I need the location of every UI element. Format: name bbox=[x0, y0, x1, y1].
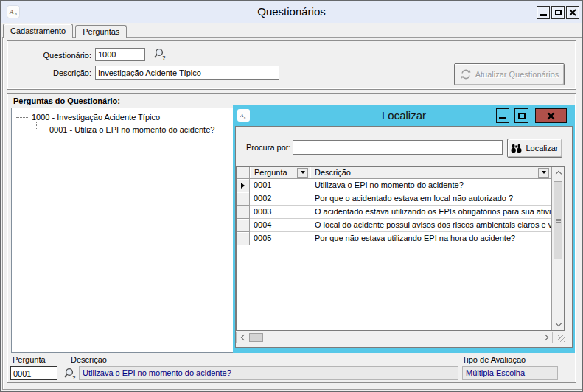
row-indicator-cell bbox=[237, 192, 250, 206]
scroll-down-button[interactable] bbox=[552, 318, 565, 330]
chevron-left-icon bbox=[240, 335, 246, 340]
procura-por-input[interactable] bbox=[293, 140, 503, 155]
cell-pergunta[interactable]: 0003 bbox=[250, 206, 310, 219]
maximize-icon bbox=[555, 10, 562, 15]
vertical-scrollbar[interactable] bbox=[551, 167, 564, 330]
maximize-icon bbox=[518, 113, 526, 119]
localizar-close-button[interactable] bbox=[535, 108, 567, 123]
grid-header-descricao[interactable]: Descrição bbox=[310, 167, 551, 179]
svg-text:?: ? bbox=[72, 374, 76, 380]
scroll-left-button[interactable] bbox=[237, 332, 248, 343]
cell-descricao[interactable]: O local do acidente possui avisos dos ri… bbox=[310, 219, 551, 232]
cell-descricao[interactable]: O acidentado estava utilizando os EPIs o… bbox=[310, 206, 551, 219]
perguntas-section-title: Perguntas do Questionário: bbox=[13, 97, 120, 105]
current-row-icon bbox=[241, 183, 245, 189]
close-icon bbox=[547, 112, 555, 120]
refresh-icon bbox=[460, 69, 472, 80]
cell-pergunta[interactable]: 0001 bbox=[250, 179, 310, 192]
resize-grip[interactable] bbox=[554, 332, 566, 343]
grid-indicator-header bbox=[237, 167, 250, 179]
vertical-scrollbar-thumb[interactable] bbox=[554, 181, 562, 259]
localizar-minimize-button[interactable] bbox=[496, 108, 509, 123]
questionario-form-panel: Questionário: ? Descrição: Atualizar Qu bbox=[7, 40, 576, 90]
binoculars-icon bbox=[511, 144, 522, 153]
cell-descricao[interactable]: Por que não estava utilizando EPI na hor… bbox=[310, 232, 551, 245]
thumb-grip bbox=[556, 222, 561, 223]
pergunta-detail-input[interactable] bbox=[10, 366, 57, 380]
grid-header-row: Pergunta Descrição bbox=[237, 167, 551, 179]
chevron-down-icon bbox=[542, 171, 546, 174]
grid-header-pergunta-label: Pergunta bbox=[254, 168, 287, 177]
minimize-icon bbox=[499, 117, 506, 119]
titlebar: A n Questionários bbox=[1, 1, 582, 23]
localizar-dialog: A n Localizar Procura por: bbox=[233, 105, 575, 353]
descricao-column-dropdown[interactable] bbox=[538, 168, 549, 178]
localizar-titlebar: A n Localizar bbox=[233, 105, 575, 126]
minimize-button[interactable] bbox=[537, 6, 550, 19]
pergunta-detail-label: Pergunta bbox=[13, 355, 46, 364]
chevron-down-icon bbox=[555, 320, 561, 326]
procura-por-label: Procura por: bbox=[246, 143, 291, 152]
questionario-lookup-icon[interactable]: ? bbox=[153, 48, 167, 60]
localizar-body: Procura por: Localizar bbox=[235, 126, 573, 348]
cell-pergunta[interactable]: 0004 bbox=[250, 219, 310, 232]
row-indicator-cell bbox=[237, 206, 250, 219]
questionario-input[interactable] bbox=[95, 48, 145, 61]
cell-descricao[interactable]: Utilizava o EPI no momento do acidente? bbox=[310, 179, 551, 192]
atualizar-questionarios-label: Atualizar Questionários bbox=[475, 70, 559, 79]
descricao-detail-label: Descrição bbox=[71, 355, 107, 364]
window-title: Questionários bbox=[1, 1, 582, 23]
tree-node-label: 0001 - Utiliza o EPI no momento do acide… bbox=[49, 125, 214, 134]
chevron-right-icon bbox=[542, 335, 548, 340]
tab-perguntas[interactable]: Perguntas bbox=[75, 25, 127, 38]
close-icon bbox=[569, 9, 576, 16]
minimize-icon bbox=[540, 14, 547, 16]
row-indicator-cell bbox=[237, 219, 250, 232]
cell-pergunta[interactable]: 0002 bbox=[250, 192, 310, 206]
close-button[interactable] bbox=[566, 6, 579, 19]
tab-cadastramento[interactable]: Cadastramento bbox=[3, 24, 73, 38]
tree-connector bbox=[16, 117, 28, 118]
chevron-up-icon bbox=[555, 170, 561, 176]
maximize-button[interactable] bbox=[551, 6, 565, 19]
tipo-avaliacao-label: Tipo de Avaliação bbox=[462, 355, 526, 364]
scroll-up-button[interactable] bbox=[552, 167, 565, 178]
horizontal-scrollbar-thumb[interactable] bbox=[249, 333, 263, 342]
descricao-detail-field: Utilizava o EPI no momento do acidente? bbox=[79, 366, 458, 380]
horizontal-scrollbar[interactable] bbox=[236, 332, 553, 343]
tree-node-label: 1000 - Investigação Acidente Típico bbox=[32, 113, 160, 122]
row-indicator-cell bbox=[237, 179, 250, 192]
localizar-search-label: Localizar bbox=[526, 144, 558, 153]
svg-text:?: ? bbox=[162, 55, 166, 60]
thumb-grip bbox=[556, 219, 561, 220]
atualizar-questionarios-button[interactable]: Atualizar Questionários bbox=[454, 63, 565, 85]
descricao-input[interactable] bbox=[95, 66, 279, 80]
table-row[interactable]: 0003 O acidentado estava utilizando os E… bbox=[237, 206, 551, 219]
cell-descricao[interactable]: Por que o acidentado estava em local não… bbox=[310, 192, 551, 206]
tipo-avaliacao-field: Múltipla Escolha bbox=[462, 366, 558, 380]
table-row[interactable]: 0001 Utilizava o EPI no momento do acide… bbox=[237, 179, 551, 192]
tree-connector bbox=[36, 122, 46, 130]
thumb-grip bbox=[556, 220, 561, 221]
table-row[interactable]: 0002 Por que o acidentado estava em loca… bbox=[237, 192, 551, 206]
table-row[interactable]: 0005 Por que não estava utilizando EPI n… bbox=[237, 232, 551, 245]
pergunta-column-dropdown[interactable] bbox=[297, 168, 308, 178]
questionarios-window: A n Questionários Cadastramento Pergunta… bbox=[0, 0, 583, 392]
perguntas-grid: Pergunta Descrição 0001 Utilizava o EPI … bbox=[236, 166, 565, 331]
scroll-right-button[interactable] bbox=[540, 332, 552, 343]
row-indicator-cell bbox=[237, 232, 250, 245]
tabstrip: Cadastramento Perguntas bbox=[3, 23, 127, 38]
chevron-down-icon bbox=[301, 171, 305, 174]
grid-header-descricao-label: Descrição bbox=[315, 168, 351, 177]
localizar-maximize-button[interactable] bbox=[514, 108, 528, 123]
localizar-search-button[interactable]: Localizar bbox=[507, 139, 562, 158]
grid-header-pergunta[interactable]: Pergunta bbox=[250, 167, 310, 179]
table-row[interactable]: 0004 O local do acidente possui avisos d… bbox=[237, 219, 551, 232]
descricao-label: Descrição: bbox=[28, 69, 91, 77]
pergunta-lookup-icon[interactable]: ? bbox=[63, 368, 77, 380]
resize-grip-icon bbox=[558, 335, 565, 342]
cell-pergunta[interactable]: 0005 bbox=[250, 232, 310, 245]
questionario-label: Questionário: bbox=[28, 51, 91, 60]
